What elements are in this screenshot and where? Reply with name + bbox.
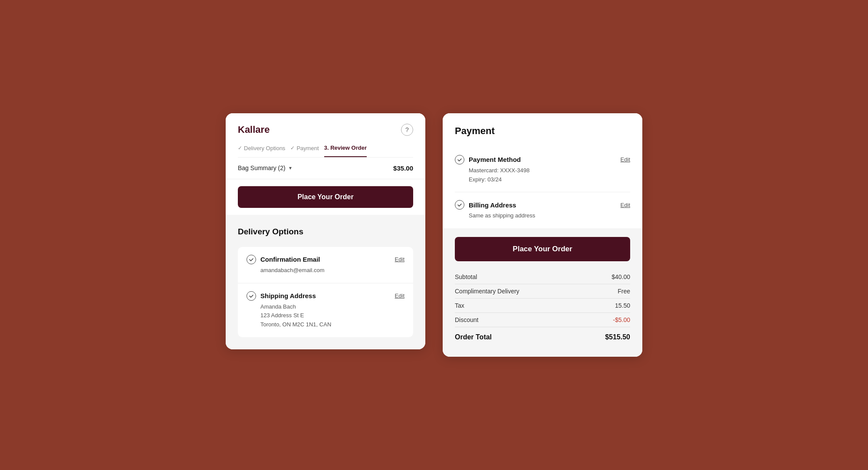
- delivery-value: Free: [618, 288, 630, 295]
- subtotal-value: $40.00: [612, 273, 630, 280]
- tax-value: 15.50: [615, 302, 630, 309]
- totals-delivery: Complimentary Delivery Free: [455, 284, 630, 299]
- check-payment: ✓: [290, 145, 295, 151]
- payment-method-check-icon: [455, 155, 464, 164]
- order-total-label: Order Total: [455, 333, 492, 341]
- payment-method-detail: Mastercard: XXXX-3498 Expiry: 03/24: [469, 166, 630, 184]
- left-card-top: Kallare ? ✓ Delivery Options ✓ Payment 3…: [226, 113, 425, 158]
- bag-summary-total: $35.00: [393, 164, 413, 172]
- brand-header: Kallare ?: [238, 124, 413, 136]
- shipping-address-header: Shipping Address Edit: [247, 291, 404, 301]
- discount-label: Discount: [455, 316, 478, 323]
- subtotal-label: Subtotal: [455, 273, 477, 280]
- check-delivery: ✓: [238, 145, 242, 151]
- step-delivery-label: Delivery Options: [244, 145, 285, 151]
- brand-name: Kallare: [238, 124, 270, 135]
- bag-summary-label: Bag Summary (2): [238, 164, 286, 171]
- step-delivery[interactable]: ✓ Delivery Options: [238, 145, 285, 157]
- page-wrapper: Kallare ? ✓ Delivery Options ✓ Payment 3…: [208, 96, 660, 374]
- chevron-down-icon: ▾: [289, 165, 292, 171]
- order-totals: Subtotal $40.00 Complimentary Delivery F…: [443, 270, 642, 357]
- step-review-label: 3. Review Order: [324, 145, 367, 151]
- step-sep-2: [321, 148, 322, 153]
- totals-subtotal: Subtotal $40.00: [455, 270, 630, 284]
- billing-address-edit-button[interactable]: Edit: [621, 202, 630, 208]
- shipping-address-title: Shipping Address: [247, 291, 316, 301]
- left-card-bottom: Delivery Options Confirmation Email: [226, 215, 425, 349]
- billing-address-detail: Same as shipping address: [469, 211, 630, 220]
- delivery-section-title: Delivery Options: [238, 227, 413, 237]
- billing-address-header: Billing Address Edit: [455, 200, 630, 210]
- billing-address-check-icon: [455, 200, 464, 210]
- discount-value: -$5.00: [613, 316, 630, 323]
- confirmation-email-detail: amandabach@email.com: [260, 266, 404, 275]
- step-sep-1: [287, 148, 289, 153]
- right-info-section: Payment Method Edit Mastercard: XXXX-349…: [455, 147, 630, 228]
- steps-nav: ✓ Delivery Options ✓ Payment 3. Review O…: [238, 145, 413, 158]
- shipping-address-row: Shipping Address Edit Amanda Bach 123 Ad…: [238, 283, 413, 337]
- step-payment[interactable]: ✓ Payment: [290, 145, 319, 157]
- payment-method-header: Payment Method Edit: [455, 155, 630, 164]
- left-card: Kallare ? ✓ Delivery Options ✓ Payment 3…: [226, 113, 425, 349]
- confirmation-email-row: Confirmation Email Edit amandabach@email…: [238, 247, 413, 283]
- step-review[interactable]: 3. Review Order: [324, 145, 367, 157]
- delivery-label: Complimentary Delivery: [455, 288, 519, 295]
- bag-summary-bar: Bag Summary (2) ▾ $35.00: [226, 158, 425, 179]
- payment-title: Payment: [455, 125, 630, 137]
- confirmation-email-title: Confirmation Email: [247, 255, 320, 264]
- payment-method-title: Payment Method: [455, 155, 521, 164]
- confirmation-email-header: Confirmation Email Edit: [247, 255, 404, 264]
- confirmation-email-edit-button[interactable]: Edit: [395, 256, 404, 263]
- confirmation-email-check-icon: [247, 255, 256, 264]
- right-card: Payment Payment Method Edit: [443, 113, 642, 357]
- right-card-top: Payment Payment Method Edit: [443, 113, 642, 228]
- place-order-right-wrapper: Place Your Order: [443, 228, 642, 270]
- totals-tax: Tax 15.50: [455, 299, 630, 313]
- place-order-button-right[interactable]: Place Your Order: [455, 237, 630, 261]
- bag-summary-toggle[interactable]: Bag Summary (2) ▾: [238, 164, 292, 171]
- delivery-info-section: Confirmation Email Edit amandabach@email…: [238, 247, 413, 337]
- shipping-address-check-icon: [247, 291, 256, 301]
- step-payment-label: Payment: [296, 145, 319, 151]
- payment-method-edit-button[interactable]: Edit: [621, 156, 630, 163]
- totals-order-total: Order Total $515.50: [455, 327, 630, 345]
- order-total-value: $515.50: [605, 333, 630, 341]
- billing-address-title: Billing Address: [455, 200, 516, 210]
- help-icon[interactable]: ?: [401, 124, 413, 136]
- place-order-button-top[interactable]: Place Your Order: [238, 186, 413, 208]
- payment-method-row: Payment Method Edit Mastercard: XXXX-349…: [455, 147, 630, 193]
- tax-label: Tax: [455, 302, 464, 309]
- totals-discount: Discount -$5.00: [455, 313, 630, 327]
- shipping-address-detail: Amanda Bach 123 Address St E Toronto, ON…: [260, 302, 404, 329]
- shipping-address-edit-button[interactable]: Edit: [395, 293, 404, 299]
- billing-address-row: Billing Address Edit Same as shipping ad…: [455, 192, 630, 228]
